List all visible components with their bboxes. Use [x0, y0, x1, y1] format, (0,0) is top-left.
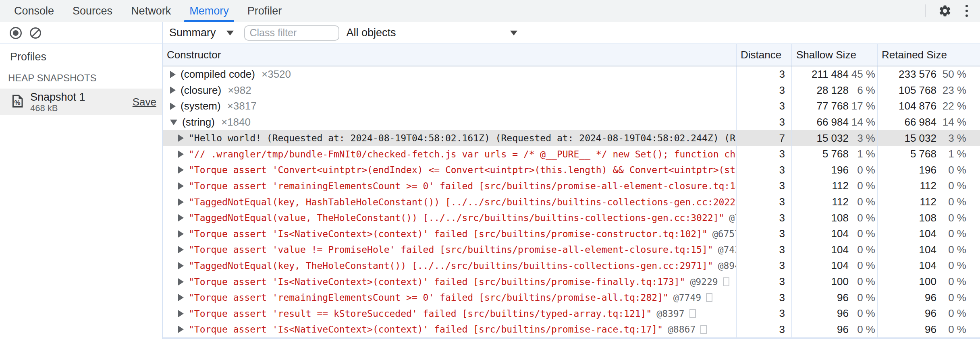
distance-value: 3: [779, 164, 785, 176]
shallow-size-percent: 0 %: [849, 291, 877, 304]
shallow-size-cell: 1120 %: [792, 194, 878, 210]
shallow-size-value: 96: [792, 323, 849, 336]
shallow-size-percent: 14 %: [849, 116, 877, 128]
retained-size-percent: 3 %: [936, 132, 980, 145]
column-header-distance[interactable]: Distance: [737, 44, 792, 66]
disclosure-triangle-icon[interactable]: [178, 278, 184, 285]
disclosure-triangle-icon[interactable]: [170, 120, 177, 125]
constructor-cell: "Torque assert 'remainingElementsCount >…: [163, 178, 737, 194]
profile-view-select[interactable]: Summary: [169, 27, 234, 39]
retained-size-percent: 0 %: [936, 275, 980, 288]
tab-profiler[interactable]: Profiler: [242, 0, 287, 22]
table-row[interactable]: "Torque assert 'Convert<uintptr>(endInde…: [163, 162, 980, 178]
table-row[interactable]: "Torque assert 'remainingElementsCount >…: [163, 178, 980, 194]
disclosure-triangle-icon[interactable]: [178, 326, 184, 333]
disclosure-triangle-icon[interactable]: [178, 134, 184, 142]
table-row[interactable]: "Torque assert 'result == kStoreSucceded…: [163, 306, 980, 322]
shallow-size-percent: 0 %: [849, 180, 877, 192]
constructor-cell: (string)×1840: [163, 114, 737, 130]
disclosure-triangle-icon[interactable]: [178, 310, 184, 317]
distance-value: 7: [779, 132, 785, 145]
table-row[interactable]: "TaggedNotEqual(key, HashTableHoleConsta…: [163, 194, 980, 210]
retained-size-cell: 66 98414 %: [878, 114, 980, 130]
disclosure-triangle-icon[interactable]: [178, 198, 184, 206]
string-value: "Torque assert 'value != PromiseHole' fa…: [189, 244, 713, 255]
constructor-cell: (system)×3817: [163, 98, 737, 114]
gear-icon[interactable]: [938, 4, 952, 18]
devtools-body: Profiles HEAP SNAPSHOTS % Snapshot 1 468…: [0, 22, 980, 339]
kebab-menu-icon[interactable]: [964, 3, 970, 19]
shallow-size-cell: 960 %: [792, 306, 878, 322]
table-row[interactable]: (system)×3817377 76817 %104 87622 %: [163, 98, 980, 114]
table-row[interactable]: "Torque assert 'Is<NativeContext>(contex…: [163, 274, 980, 290]
disclosure-triangle-icon[interactable]: [178, 214, 184, 221]
disclosure-triangle-icon[interactable]: [170, 71, 176, 78]
tab-sources[interactable]: Sources: [67, 0, 118, 22]
string-value: "Hello world! (Requested at: 2024-08-19T…: [189, 133, 737, 143]
table-row[interactable]: "TaggedNotEqual(value, TheHoleConstant()…: [163, 210, 980, 226]
shallow-size-percent: 0 %: [849, 196, 877, 208]
disclosure-triangle-icon[interactable]: [178, 166, 184, 174]
shallow-size-percent: 1 %: [849, 148, 877, 160]
retained-size-value: 96: [878, 291, 936, 304]
tab-network[interactable]: Network: [126, 0, 176, 22]
object-scope-select[interactable]: All objects: [347, 27, 519, 39]
clear-profiles-icon[interactable]: [30, 27, 41, 39]
table-row[interactable]: "// .wrangler/tmp/bundle-FmNIt0/checked-…: [163, 146, 980, 162]
shallow-size-cell: 77 76817 %: [792, 98, 878, 114]
column-header-constructor[interactable]: Constructor: [163, 44, 737, 66]
object-id: @8867: [668, 324, 696, 335]
object-id: @8945: [718, 260, 737, 271]
retained-size-cell: 960 %: [878, 322, 980, 338]
shallow-size-percent: 0 %: [849, 212, 877, 224]
sidebar-item-snapshot-1[interactable]: % Snapshot 1 468 kB Save: [0, 89, 162, 115]
disclosure-triangle-icon[interactable]: [178, 262, 184, 269]
distance-cell: 3: [737, 194, 792, 210]
tab-memory[interactable]: Memory: [184, 0, 234, 22]
shallow-size-value: 196: [792, 164, 849, 176]
disclosure-triangle-icon[interactable]: [178, 230, 184, 238]
tab-console[interactable]: Console: [9, 0, 59, 22]
class-filter-input[interactable]: [244, 25, 339, 41]
table-row[interactable]: "TaggedNotEqual(key, TheHoleConstant()) …: [163, 258, 980, 274]
retained-size-cell: 105 76823 %: [878, 83, 980, 99]
disclosure-triangle-icon[interactable]: [178, 151, 184, 158]
shallow-size-value: 104: [792, 244, 849, 256]
table-row[interactable]: "Hello world! (Requested at: 2024-08-19T…: [163, 130, 980, 146]
retained-size-percent: 1 %: [936, 148, 980, 160]
disclosure-triangle-icon[interactable]: [170, 87, 176, 94]
shallow-size-percent: 0 %: [849, 323, 877, 336]
table-row[interactable]: (closure)×982328 1286 %105 76823 %: [163, 83, 980, 99]
snapshot-save-link[interactable]: Save: [133, 96, 156, 108]
distance-cell: 3: [737, 274, 792, 290]
record-heap-snapshot-icon[interactable]: [10, 27, 22, 39]
memory-panel: Summary All objects Constructor Distance…: [163, 22, 980, 339]
shallow-size-percent: 0 %: [849, 307, 877, 320]
shallow-size-value: 108: [792, 212, 849, 224]
table-row[interactable]: "Torque assert 'Is<NativeContext>(contex…: [163, 226, 980, 242]
disclosure-triangle-icon[interactable]: [178, 182, 184, 190]
constructor-cell: "Torque assert 'remainingElementsCount >…: [163, 289, 737, 306]
table-row[interactable]: "Torque assert 'Is<NativeContext>(contex…: [163, 322, 980, 338]
distance-value: 3: [779, 307, 785, 320]
column-header-shallow-size[interactable]: Shallow Size: [792, 44, 878, 66]
string-value: "Torque assert 'Is<NativeContext>(contex…: [189, 324, 663, 335]
svg-text:%: %: [14, 99, 20, 107]
column-header-retained-size[interactable]: Retained Size: [878, 44, 980, 66]
table-row[interactable]: "Torque assert 'remainingElementsCount >…: [163, 289, 980, 306]
disclosure-triangle-icon[interactable]: [178, 294, 184, 301]
retained-size-cell: 1000 %: [878, 274, 980, 290]
devtools-tabbar: ConsoleSourcesNetworkMemoryProfiler: [0, 0, 980, 22]
object-id: @7437: [718, 244, 737, 255]
disclosure-triangle-icon[interactable]: [178, 246, 184, 253]
disclosure-triangle-icon[interactable]: [170, 103, 176, 110]
table-row[interactable]: (compiled code)×35203211 48445 %233 5765…: [163, 66, 980, 83]
shallow-size-cell: 960 %: [792, 322, 878, 338]
retained-size-cell: 15 0323 %: [878, 130, 980, 146]
distance-cell: 3: [737, 162, 792, 178]
table-row[interactable]: (string)×1840366 98414 %66 98414 %: [163, 114, 980, 130]
string-value: "Torque assert 'remainingElementsCount >…: [189, 292, 669, 303]
retained-size-cell: 1040 %: [878, 258, 980, 274]
retained-size-cell: 1120 %: [878, 194, 980, 210]
table-row[interactable]: "Torque assert 'value != PromiseHole' fa…: [163, 242, 980, 258]
